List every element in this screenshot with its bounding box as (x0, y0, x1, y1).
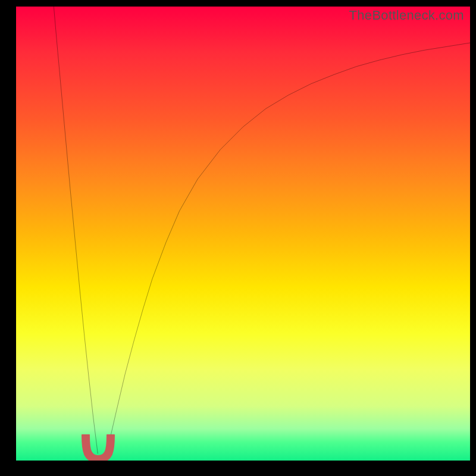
bottleneck-curve (16, 7, 470, 461)
plot-area: TheBottleneck.com (16, 7, 470, 461)
valley-marker (80, 434, 117, 461)
curve-left-branch (54, 7, 98, 454)
valley-marker-icon (80, 434, 117, 461)
curve-right-branch (107, 43, 470, 452)
chart-frame: TheBottleneck.com (0, 0, 476, 476)
